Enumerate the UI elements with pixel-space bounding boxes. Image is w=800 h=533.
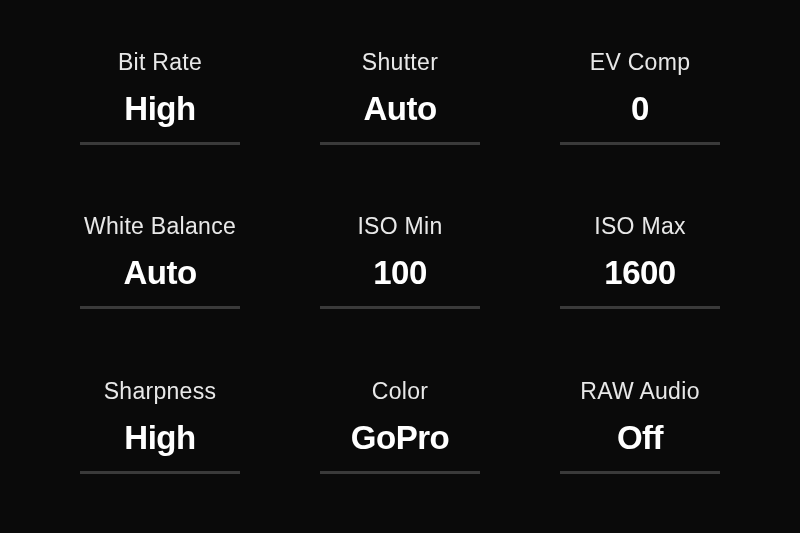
- setting-underline: [320, 142, 480, 145]
- setting-value: Auto: [363, 90, 436, 128]
- setting-label: Shutter: [362, 49, 438, 76]
- setting-underline: [560, 142, 720, 145]
- setting-shutter[interactable]: Shutter Auto: [300, 30, 500, 164]
- setting-label: ISO Max: [594, 213, 686, 240]
- setting-label: RAW Audio: [580, 378, 699, 405]
- setting-value: 0: [631, 90, 649, 128]
- setting-label: EV Comp: [590, 49, 691, 76]
- setting-value: 100: [373, 254, 427, 292]
- setting-color[interactable]: Color GoPro: [300, 359, 500, 493]
- setting-underline: [320, 306, 480, 309]
- setting-label: Sharpness: [104, 378, 217, 405]
- setting-underline: [560, 471, 720, 474]
- setting-value: High: [124, 419, 195, 457]
- setting-underline: [80, 471, 240, 474]
- setting-underline: [560, 306, 720, 309]
- setting-white-balance[interactable]: White Balance Auto: [60, 194, 260, 328]
- setting-value: GoPro: [351, 419, 449, 457]
- setting-sharpness[interactable]: Sharpness High: [60, 359, 260, 493]
- setting-bit-rate[interactable]: Bit Rate High: [60, 30, 260, 164]
- setting-label: ISO Min: [357, 213, 442, 240]
- setting-iso-min[interactable]: ISO Min 100: [300, 194, 500, 328]
- setting-value: Auto: [123, 254, 196, 292]
- setting-iso-max[interactable]: ISO Max 1600: [540, 194, 740, 328]
- setting-value: High: [124, 90, 195, 128]
- setting-value: 1600: [604, 254, 675, 292]
- setting-label: White Balance: [84, 213, 236, 240]
- setting-raw-audio[interactable]: RAW Audio Off: [540, 359, 740, 493]
- setting-underline: [80, 142, 240, 145]
- setting-value: Off: [617, 419, 663, 457]
- setting-underline: [80, 306, 240, 309]
- setting-ev-comp[interactable]: EV Comp 0: [540, 30, 740, 164]
- settings-grid: Bit Rate High Shutter Auto EV Comp 0 Whi…: [0, 0, 800, 533]
- setting-label: Color: [372, 378, 428, 405]
- setting-underline: [320, 471, 480, 474]
- setting-label: Bit Rate: [118, 49, 202, 76]
